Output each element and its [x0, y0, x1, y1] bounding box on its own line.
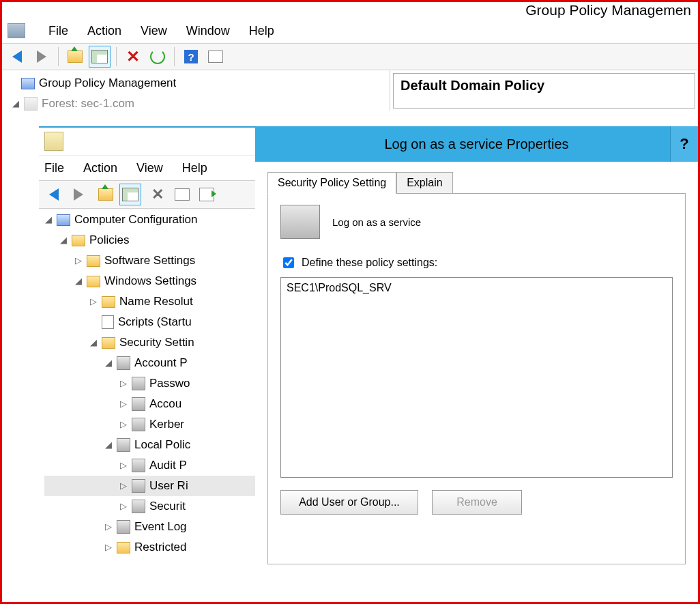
gpme-menu-help[interactable]: Help: [182, 161, 207, 175]
gpm-toolbar: ✕ ?: [2, 44, 698, 70]
show-hide-tree-button[interactable]: [89, 46, 111, 68]
tree-forest-label: Forest: sec-1.com: [42, 94, 134, 114]
help-button[interactable]: ?: [180, 46, 202, 68]
menu-help[interactable]: Help: [249, 24, 274, 38]
remove-button[interactable]: Remove: [432, 490, 522, 515]
gpm-tree[interactable]: Group Policy Management ◢Forest: sec-1.c…: [2, 70, 390, 111]
tree-security-settings[interactable]: Security Settin: [119, 332, 194, 353]
policy-node-icon: [132, 397, 145, 411]
gpme-tree-toggle-button[interactable]: [119, 184, 141, 205]
policy-node-icon: [132, 377, 145, 390]
delete-x-icon: ✕: [126, 48, 140, 65]
define-settings-checkbox[interactable]: Define these policy settings:: [280, 255, 673, 270]
tree-account-policies[interactable]: Account P: [134, 353, 188, 373]
tree-scripts[interactable]: Scripts (Startu: [118, 312, 192, 332]
tree-software-settings[interactable]: Software Settings: [104, 250, 195, 271]
gpme-up-button[interactable]: [95, 184, 117, 205]
define-settings-input[interactable]: [283, 257, 294, 268]
forest-icon: [24, 97, 38, 111]
folder-icon: [102, 296, 115, 308]
gpme-menu-view[interactable]: View: [136, 161, 163, 175]
policy-node-icon: [132, 500, 145, 513]
tree-user-rights[interactable]: User Ri: [149, 476, 188, 496]
dialog-titlebar[interactable]: Log on as a service Properties ?: [255, 126, 698, 162]
policy-node-icon: [132, 479, 145, 493]
tab-security-policy-setting[interactable]: Security Policy Setting: [267, 172, 396, 194]
security-folder-icon: [102, 337, 115, 349]
back-button[interactable]: [6, 46, 28, 68]
tab-explain[interactable]: Explain: [396, 172, 452, 194]
gpme-export-button[interactable]: [196, 184, 218, 205]
gpm-menubar: File Action View Window Help: [2, 18, 698, 44]
gpme-tree[interactable]: ◢Computer Configuration ◢Policies ▷Softw…: [39, 207, 262, 602]
list-item[interactable]: SEC1\ProdSQL_SRV: [287, 282, 667, 294]
tree-account-lockout[interactable]: Accou: [149, 394, 181, 414]
gpme-menu-file[interactable]: File: [44, 161, 64, 175]
tree-policies[interactable]: Policies: [89, 230, 130, 250]
properties-button[interactable]: [205, 46, 227, 68]
dialog-title-text: Log on as a service Properties: [384, 136, 568, 152]
folder-icon: [72, 235, 85, 246]
gpme-system-icon[interactable]: [44, 132, 63, 151]
folder-up-icon: [68, 51, 83, 63]
properties-icon: [175, 188, 190, 201]
menu-action[interactable]: Action: [87, 24, 121, 38]
tree-pane-icon: [122, 188, 138, 201]
export-icon: [199, 188, 214, 201]
tree-event-log[interactable]: Event Log: [134, 517, 187, 537]
arrow-right-icon: [74, 188, 83, 201]
dialog-help-button[interactable]: ?: [670, 126, 698, 162]
policy-node-icon: [117, 520, 130, 534]
tree-restricted-groups[interactable]: Restricted: [134, 537, 187, 558]
properties-dialog: Log on as a service Properties ? Securit…: [255, 126, 698, 602]
policy-node-icon: [132, 459, 145, 472]
computer-config-icon: [57, 214, 70, 226]
arrow-right-icon: [37, 51, 46, 63]
users-listbox[interactable]: SEC1\ProdSQL_SRV: [280, 277, 673, 478]
gpme-delete-button[interactable]: ✕: [147, 184, 169, 205]
folder-icon: [87, 276, 100, 287]
policy-name-label: Log on as a service: [332, 216, 421, 228]
gpme-forward-button[interactable]: [68, 184, 89, 205]
folder-up-icon: [98, 188, 113, 201]
properties-icon: [208, 51, 223, 63]
policy-node-icon: [117, 356, 130, 370]
tree-kerberos-policy[interactable]: Kerber: [149, 414, 184, 435]
gpme-back-button[interactable]: [43, 184, 65, 205]
help-icon: ?: [184, 50, 198, 63]
menu-window[interactable]: Window: [186, 24, 230, 38]
tree-local-policies[interactable]: Local Polic: [134, 435, 190, 455]
tree-audit-policy[interactable]: Audit P: [149, 455, 187, 476]
up-folder-button[interactable]: [64, 46, 86, 68]
delete-x-icon: ✕: [151, 187, 164, 202]
policy-icon: [280, 205, 320, 239]
gpm-window-title: Group Policy Managemen: [2, 2, 698, 18]
add-user-or-group-button[interactable]: Add User or Group...: [280, 490, 418, 515]
menu-view[interactable]: View: [141, 24, 167, 38]
system-menu-icon[interactable]: [8, 23, 25, 38]
tree-windows-settings[interactable]: Windows Settings: [104, 271, 196, 291]
tree-password-policy[interactable]: Passwo: [149, 373, 190, 394]
policy-node-icon: [132, 418, 145, 431]
menu-file[interactable]: File: [48, 24, 68, 38]
forward-button[interactable]: [31, 46, 53, 68]
tree-name-resolution[interactable]: Name Resolut: [119, 291, 193, 312]
console-root-icon: [21, 78, 35, 89]
define-settings-label: Define these policy settings:: [302, 257, 437, 269]
gpme-menu-action[interactable]: Action: [83, 161, 117, 175]
tree-root-label: Group Policy Management: [39, 73, 176, 94]
arrow-left-icon: [49, 188, 59, 201]
details-header: Default Domain Policy: [393, 73, 695, 109]
scripts-icon: [102, 315, 114, 329]
restricted-folder-icon: [117, 542, 130, 553]
folder-icon: [87, 255, 100, 267]
policy-node-icon: [117, 438, 130, 452]
arrow-left-icon: [12, 51, 22, 63]
tree-computer-config[interactable]: Computer Configuration: [74, 210, 197, 230]
tree-pane-icon: [91, 50, 108, 63]
delete-button[interactable]: ✕: [122, 46, 144, 68]
tree-security-options[interactable]: Securit: [149, 496, 186, 517]
refresh-button[interactable]: [147, 46, 169, 68]
gpme-properties-button[interactable]: [171, 184, 193, 205]
refresh-icon: [150, 49, 165, 64]
